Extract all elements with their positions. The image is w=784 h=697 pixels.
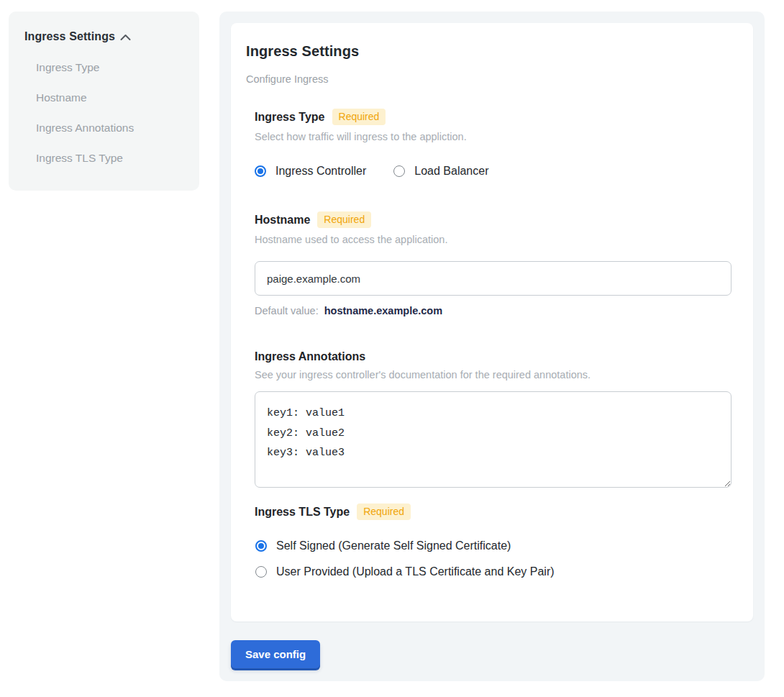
required-badge: Required	[317, 211, 371, 228]
ingress-settings-card: Ingress Settings Configure Ingress Ingre…	[231, 23, 753, 621]
ingress-type-label: Ingress Type	[255, 111, 325, 124]
required-badge: Required	[357, 504, 411, 520]
section-ingress-annotations: Ingress Annotations See your ingress con…	[255, 350, 731, 488]
radio-label: Ingress Controller	[275, 165, 366, 178]
sidebar-group-ingress-settings[interactable]: Ingress Settings	[24, 30, 186, 43]
ingress-annotations-help: See your ingress controller's documentat…	[255, 369, 731, 381]
ingress-type-radio-group: Ingress Controller Load Balancer	[255, 165, 731, 178]
radio-selected-icon	[255, 165, 266, 177]
radio-label: User Provided (Upload a TLS Certificate …	[276, 565, 555, 578]
radio-option-load-balancer[interactable]: Load Balancer	[393, 165, 488, 178]
chevron-up-icon	[120, 34, 131, 41]
radio-label: Self Signed (Generate Self Signed Certif…	[276, 539, 511, 552]
sidebar-item-hostname[interactable]: Hostname	[36, 91, 186, 104]
settings-nav-sidebar: Ingress Settings Ingress Type Hostname I…	[9, 12, 199, 191]
default-value-prefix: Default value:	[255, 305, 319, 316]
card-title: Ingress Settings	[246, 43, 731, 60]
sidebar-item-ingress-annotations[interactable]: Ingress Annotations	[36, 121, 186, 135]
section-hostname: Hostname Required Hostname used to acces…	[255, 211, 731, 316]
radio-label: Load Balancer	[414, 165, 488, 178]
ingress-type-help: Select how traffic will ingress to the a…	[255, 131, 731, 142]
hostname-label: Hostname	[255, 214, 310, 227]
ingress-tls-type-label: Ingress TLS Type	[255, 506, 350, 519]
ingress-tls-radio-group: Self Signed (Generate Self Signed Certif…	[255, 539, 731, 578]
save-config-button[interactable]: Save config	[231, 640, 320, 668]
section-ingress-tls-type: Ingress TLS Type Required Self Signed (G…	[255, 504, 731, 578]
radio-selected-icon	[255, 540, 267, 552]
ingress-annotations-textarea[interactable]: key1: value1 key2: value2 key3: value3	[255, 391, 731, 488]
sidebar-items: Ingress Type Hostname Ingress Annotation…	[24, 60, 186, 165]
sidebar-group-label: Ingress Settings	[24, 30, 115, 43]
radio-unselected-icon	[393, 165, 405, 177]
radio-option-self-signed[interactable]: Self Signed (Generate Self Signed Certif…	[255, 539, 731, 552]
sidebar-item-ingress-tls-type[interactable]: Ingress TLS Type	[36, 151, 186, 165]
ingress-annotations-label: Ingress Annotations	[255, 350, 365, 363]
default-value-text: hostname.example.com	[324, 305, 442, 316]
hostname-help: Hostname used to access the application.	[255, 234, 731, 245]
hostname-input[interactable]	[255, 261, 731, 296]
settings-panel: Ingress Settings Configure Ingress Ingre…	[219, 12, 765, 681]
section-ingress-type: Ingress Type Required Select how traffic…	[255, 109, 731, 178]
required-badge: Required	[332, 109, 386, 125]
radio-option-user-provided[interactable]: User Provided (Upload a TLS Certificate …	[255, 565, 731, 578]
sidebar-item-ingress-type[interactable]: Ingress Type	[36, 60, 186, 74]
hostname-default-line: Default value: hostname.example.com	[255, 305, 731, 316]
radio-unselected-icon	[255, 566, 267, 578]
card-subtitle: Configure Ingress	[246, 73, 731, 85]
radio-option-ingress-controller[interactable]: Ingress Controller	[255, 165, 366, 178]
